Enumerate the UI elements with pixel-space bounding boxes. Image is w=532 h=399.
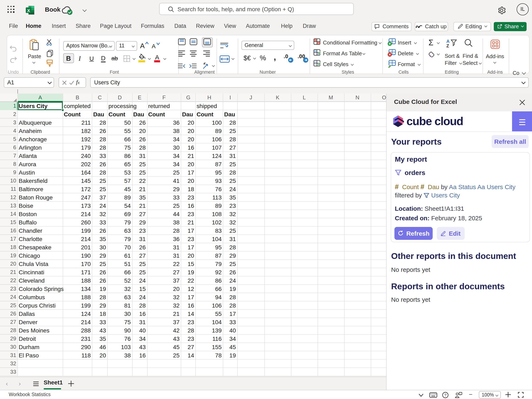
svg-text:?: ? xyxy=(444,393,447,397)
svg-text:X: X xyxy=(27,8,30,13)
svg-text:Z: Z xyxy=(446,43,449,48)
svg-text:A: A xyxy=(446,39,450,44)
